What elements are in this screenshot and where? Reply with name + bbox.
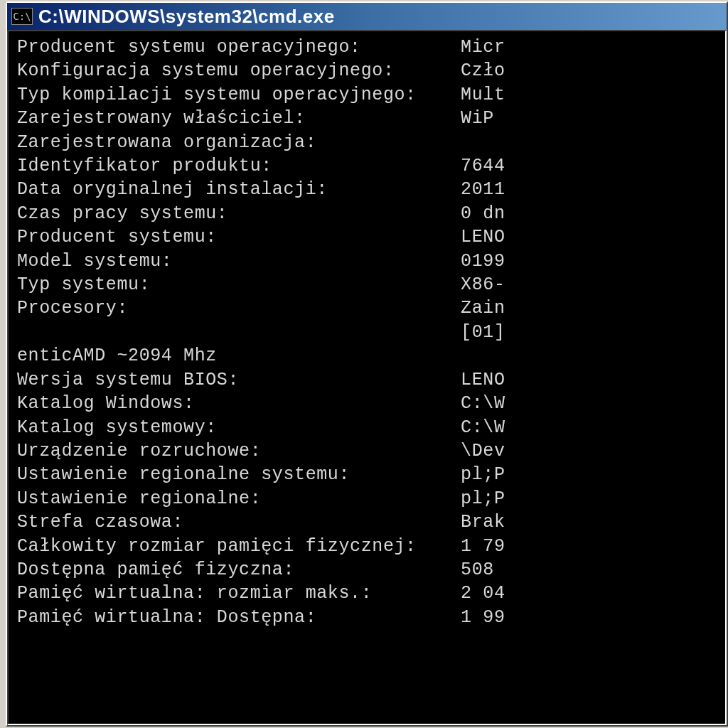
titlebar[interactable]: C:\ C:\WINDOWS\system32\cmd.exe — [7, 3, 727, 30]
cmd-icon: C:\ — [11, 8, 33, 25]
console-area[interactable]: Producent systemu operacyjnego: Micr Kon… — [7, 30, 727, 725]
window-title: C:\WINDOWS\system32\cmd.exe — [38, 6, 335, 28]
cmd-window: C:\ C:\WINDOWS\system32\cmd.exe Producen… — [6, 1, 728, 727]
terminal-output: Producent systemu operacyjnego: Micr Kon… — [17, 36, 722, 629]
